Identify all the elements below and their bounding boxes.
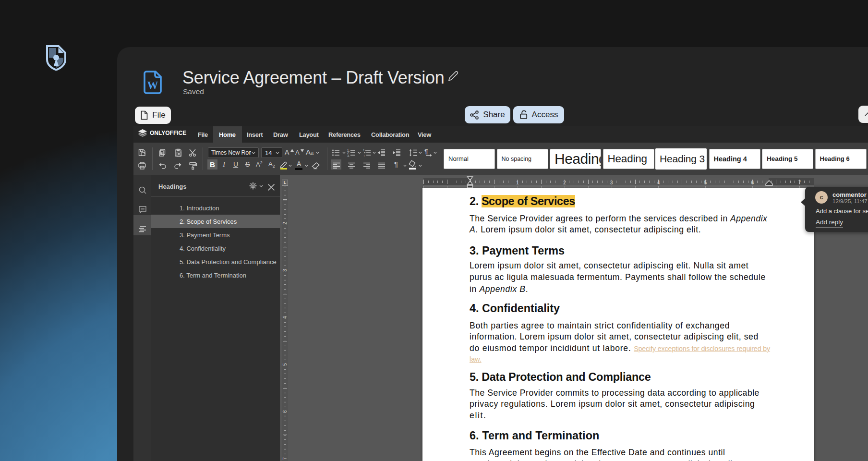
svg-text:i: i — [364, 154, 364, 157]
svg-text:¶: ¶ — [424, 148, 428, 155]
svg-text:W: W — [147, 79, 158, 91]
svg-text:1: 1 — [363, 149, 365, 152]
svg-text:3.: 3. — [347, 154, 350, 158]
